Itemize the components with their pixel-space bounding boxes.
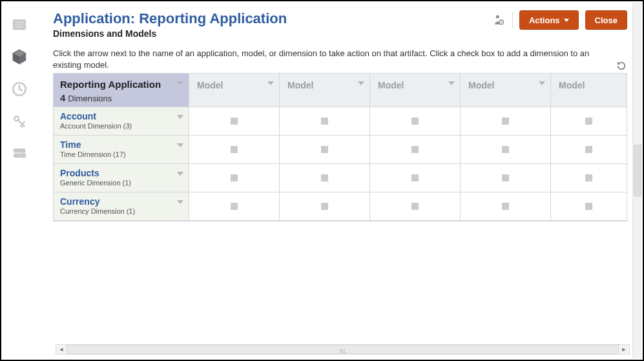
checkbox-cell [280, 107, 370, 136]
table-row: CurrencyCurrency Dimension (1) [54, 192, 627, 221]
model-col-1: Model [189, 74, 280, 107]
dimension-checkbox[interactable] [585, 118, 592, 125]
app-menu-caret[interactable] [177, 80, 183, 88]
checkbox-cell [551, 136, 627, 164]
model-label: Model [189, 74, 279, 90]
horizontal-scrollbar[interactable]: ◄ ||| ► [56, 344, 630, 355]
checkbox-cell [551, 164, 627, 192]
instruction-span: Click the arrow next to the name of an a… [53, 48, 589, 70]
actions-button[interactable]: Actions [519, 10, 579, 30]
table-row: ProductsGeneric Dimension (1) [54, 164, 627, 192]
app-name: Reporting Application [60, 79, 182, 90]
svg-point-10 [496, 15, 499, 19]
accessibility-icon[interactable] [492, 13, 506, 27]
nav-server[interactable] [5, 139, 34, 168]
dimension-cell: CurrencyCurrency Dimension (1) [54, 192, 189, 221]
dimension-checkbox[interactable] [411, 118, 419, 125]
dimension-checkbox[interactable] [411, 203, 419, 210]
table-row: AccountAccount Dimension (3) [54, 107, 627, 136]
checkbox-cell [280, 136, 370, 164]
dimension-checkbox[interactable] [321, 203, 328, 210]
svg-rect-3 [16, 26, 24, 28]
dimension-checkbox[interactable] [585, 174, 592, 181]
dimension-checkbox[interactable] [585, 203, 592, 210]
checkbox-cell [461, 136, 551, 164]
clock-icon [11, 81, 28, 98]
dimension-checkbox[interactable] [502, 146, 509, 153]
dimension-sub: Account Dimension (3) [60, 122, 182, 130]
dimension-menu-caret[interactable] [177, 112, 183, 122]
dimension-checkbox[interactable] [502, 203, 509, 210]
checkbox-cell [461, 164, 551, 192]
dimension-checkbox[interactable] [231, 146, 238, 153]
scroll-left-icon[interactable]: ◄ [56, 345, 67, 354]
model-col-5: Model [551, 74, 627, 107]
model-label: Model [280, 74, 369, 90]
model-col-3: Model [370, 74, 461, 107]
nav-clock[interactable] [5, 75, 34, 103]
dimension-name[interactable]: Currency [60, 196, 182, 207]
dimension-name[interactable]: Time [60, 139, 182, 150]
svg-rect-6 [14, 149, 25, 152]
model-col-4: Model [461, 74, 551, 107]
dimension-count: 4Dimensions [60, 92, 182, 103]
nav-keys[interactable] [5, 107, 34, 136]
divider [512, 12, 513, 28]
dimension-checkbox[interactable] [502, 174, 509, 181]
close-button[interactable]: Close [585, 10, 627, 30]
page-subtitle: Dimensions and Models [53, 28, 492, 39]
dimension-cell: ProductsGeneric Dimension (1) [54, 164, 189, 192]
page-title: Application: Reporting Application [53, 10, 492, 27]
checkbox-cell [189, 107, 280, 136]
dimension-checkbox[interactable] [321, 146, 328, 153]
model-label: Model [551, 74, 627, 90]
model-menu-caret[interactable] [358, 80, 364, 88]
checkbox-cell [370, 192, 461, 221]
dimension-checkbox[interactable] [502, 118, 509, 125]
dimension-checkbox[interactable] [231, 203, 238, 210]
dimension-menu-caret[interactable] [177, 169, 183, 179]
scroll-right-icon[interactable]: ► [619, 345, 629, 354]
refresh-icon[interactable] [616, 60, 627, 72]
checkbox-cell [189, 192, 280, 221]
dimension-name[interactable]: Account [60, 111, 182, 121]
checkbox-cell [189, 164, 280, 192]
dimension-checkbox[interactable] [231, 118, 238, 125]
cube-icon [11, 48, 28, 65]
scroll-track[interactable]: ||| [67, 345, 619, 354]
nav-list[interactable] [5, 10, 34, 39]
model-menu-caret[interactable] [267, 80, 274, 88]
model-menu-caret[interactable] [448, 80, 455, 88]
model-menu-caret[interactable] [539, 80, 545, 88]
dimension-cell: AccountAccount Dimension (3) [54, 107, 189, 136]
dimension-checkbox[interactable] [411, 174, 419, 181]
dimension-checkbox[interactable] [231, 174, 238, 181]
model-label: Model [370, 74, 460, 90]
dimension-checkbox[interactable] [585, 146, 592, 153]
checkbox-cell [189, 136, 280, 164]
dimension-checkbox[interactable] [411, 146, 419, 153]
dim-count-label: Dimensions [68, 94, 112, 103]
grid-header-row: Reporting Application 4Dimensions Model … [54, 74, 627, 107]
checkbox-cell [280, 164, 370, 192]
vscroll-thumb[interactable] [634, 145, 641, 196]
dimension-sub: Time Dimension (17) [60, 150, 182, 158]
checkbox-cell [551, 107, 627, 136]
table-row: TimeTime Dimension (17) [54, 136, 627, 164]
svg-point-9 [22, 154, 25, 157]
dimension-menu-caret[interactable] [177, 141, 183, 150]
checkbox-cell [370, 136, 461, 164]
scroll-grip-icon: ||| [340, 347, 346, 353]
vertical-scrollbar[interactable] [632, 3, 641, 358]
checkbox-cell [280, 192, 370, 221]
dimension-checkbox[interactable] [321, 174, 328, 181]
dimension-sub: Currency Dimension (1) [60, 207, 182, 215]
close-label: Close [595, 15, 618, 25]
server-icon [11, 145, 28, 162]
scroll-thumb[interactable]: ||| [67, 345, 619, 354]
dimension-menu-caret[interactable] [177, 198, 183, 207]
dimensions-grid: Reporting Application 4Dimensions Model … [53, 73, 627, 222]
nav-cube[interactable] [5, 43, 34, 71]
dimension-name[interactable]: Products [60, 168, 182, 178]
dimension-checkbox[interactable] [321, 118, 328, 125]
